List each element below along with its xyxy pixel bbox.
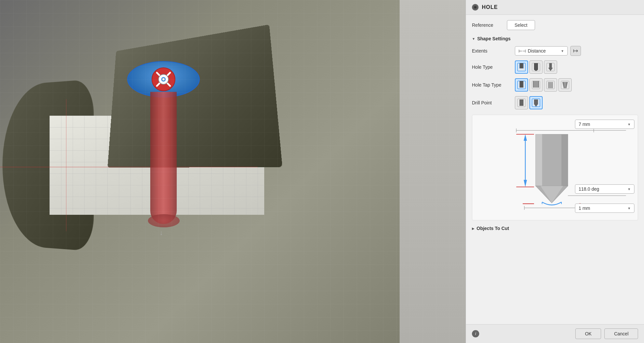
- cancel-button[interactable]: Cancel: [604, 328, 638, 339]
- extents-row: Extents ⊢⊣ Distance ▼: [472, 46, 638, 56]
- red-cylinder-bottom: [148, 214, 180, 227]
- dim2-arrow: ▼: [627, 187, 631, 191]
- dim3-arrow: ▼: [627, 207, 631, 210]
- info-icon[interactable]: i: [472, 330, 479, 337]
- svg-marker-51: [524, 180, 527, 187]
- reference-row: Reference Select: [472, 20, 638, 30]
- dim1-value: 7 mm: [579, 122, 590, 127]
- svg-point-3: [162, 78, 165, 81]
- svg-point-5: [474, 6, 476, 8]
- red-axis-vertical: [66, 99, 66, 231]
- hole-tap-type-buttons: [515, 78, 572, 92]
- red-axis-horizontal: [0, 167, 258, 167]
- hole-tap-type-label: Hole Tap Type: [472, 82, 512, 88]
- hole-dialog: HOLE Reference Select ▼ Shape Settings E…: [466, 0, 644, 343]
- svg-marker-50: [524, 134, 527, 141]
- objects-to-cut-header[interactable]: ▶ Objects To Cut: [472, 226, 638, 231]
- drill-point-label: Drill Point: [472, 100, 512, 105]
- metal-block: [108, 24, 282, 168]
- svg-rect-15: [549, 63, 552, 68]
- shape-settings-header[interactable]: ▼ Shape Settings: [472, 36, 638, 41]
- hole-tap-btn-2[interactable]: [529, 78, 543, 92]
- drill-point-btn-1[interactable]: [515, 96, 528, 109]
- dialog-footer: i OK Cancel: [466, 324, 644, 343]
- objects-to-cut-arrow: ▶: [472, 227, 475, 230]
- dialog-title-text: HOLE: [482, 4, 498, 10]
- hole-tap-btn-3[interactable]: [544, 78, 557, 92]
- dim2-container: 118.0 deg ▼: [575, 184, 634, 194]
- red-cylinder-body: [150, 92, 177, 224]
- dialog-title-icon: [472, 4, 479, 11]
- svg-rect-12: [534, 63, 538, 70]
- hole-type-btn-3[interactable]: [544, 60, 557, 74]
- hole-tap-btn-1[interactable]: [515, 78, 528, 92]
- extents-dropdown: ⊢⊣ Distance ▼: [515, 46, 638, 56]
- hole-tap-btn-4[interactable]: [558, 78, 572, 92]
- dim2-value: 118.0 deg: [579, 186, 599, 192]
- extents-value: Distance: [528, 48, 546, 54]
- objects-to-cut-title: Objects To Cut: [477, 226, 509, 231]
- extents-label: Extents: [472, 48, 512, 54]
- reference-label: Reference: [472, 22, 502, 28]
- distance-icon: ⊢⊣: [519, 49, 526, 54]
- objects-to-cut-section: ▶ Objects To Cut: [472, 226, 638, 231]
- hole-type-buttons: [515, 60, 557, 74]
- svg-rect-19: [520, 81, 523, 88]
- hole-type-btn-2[interactable]: [529, 60, 543, 74]
- ok-button[interactable]: OK: [575, 328, 601, 339]
- dim3-dropdown[interactable]: 1 mm ▼: [575, 204, 634, 213]
- shape-settings-arrow: ▼: [472, 37, 475, 41]
- hole-type-label: Hole Type: [472, 64, 512, 70]
- svg-rect-44: [561, 134, 568, 186]
- drill-point-row: Drill Point: [472, 96, 638, 109]
- dim1-container: 7 mm ▼: [575, 120, 634, 129]
- extents-dropdown-arrow: ▼: [561, 49, 564, 53]
- diagram-svg: [478, 120, 632, 215]
- dim2-dropdown[interactable]: 118.0 deg ▼: [575, 184, 634, 194]
- hole-tap-type-row: Hole Tap Type: [472, 78, 638, 92]
- svg-rect-43: [536, 134, 542, 186]
- extents-select[interactable]: ⊢⊣ Distance ▼: [515, 46, 568, 56]
- right-panel-bg: [400, 0, 466, 343]
- dialog-body[interactable]: Reference Select ▼ Shape Settings Extent…: [466, 15, 644, 324]
- svg-rect-36: [534, 99, 538, 104]
- dim1-arrow: ▼: [627, 123, 631, 126]
- drill-point-buttons: [515, 96, 543, 109]
- 3d-viewport[interactable]: ↓: [0, 0, 466, 343]
- flip-button[interactable]: [570, 46, 581, 56]
- down-arrow-indicator: ↓: [160, 229, 163, 237]
- disc-icon: [150, 66, 177, 93]
- dim1-dropdown[interactable]: 7 mm ▼: [575, 120, 634, 129]
- svg-rect-33: [519, 99, 523, 105]
- drill-diagram: 7 mm ▼ 118.0 deg ▼ 1 mm ▼: [472, 115, 638, 220]
- svg-rect-8: [520, 63, 523, 68]
- svg-rect-22: [534, 81, 538, 88]
- hole-type-row: Hole Type: [472, 60, 638, 74]
- drill-point-btn-2[interactable]: [529, 96, 543, 109]
- hole-type-btn-1[interactable]: [515, 60, 528, 74]
- dim3-value: 1 mm: [579, 206, 590, 211]
- select-button[interactable]: Select: [507, 20, 535, 30]
- dim3-container: 1 mm ▼: [575, 204, 634, 213]
- dialog-title-bar: HOLE: [466, 0, 644, 15]
- shape-settings-title: Shape Settings: [477, 36, 511, 41]
